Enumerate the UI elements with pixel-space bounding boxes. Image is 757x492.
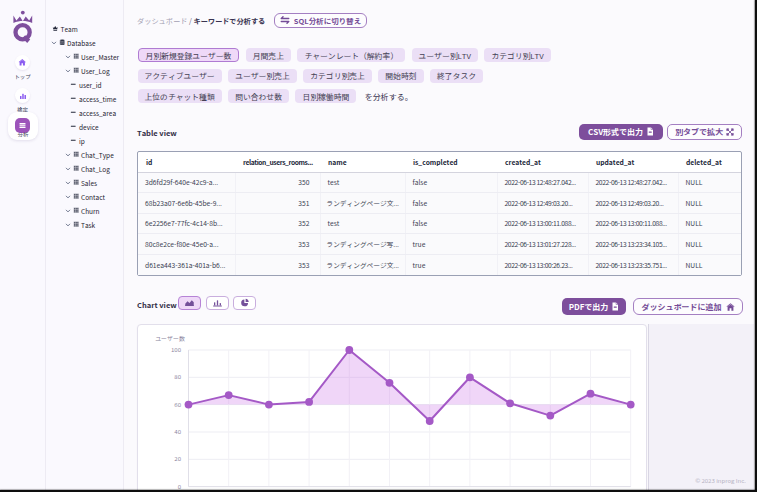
svg-text:60: 60 bbox=[174, 400, 181, 409]
svg-text:ユーザー数: ユーザー数 bbox=[155, 334, 185, 343]
svg-text:80: 80 bbox=[174, 372, 181, 381]
svg-text:20: 20 bbox=[174, 454, 181, 463]
svg-text:100: 100 bbox=[171, 345, 182, 354]
svg-text:40: 40 bbox=[174, 427, 181, 436]
